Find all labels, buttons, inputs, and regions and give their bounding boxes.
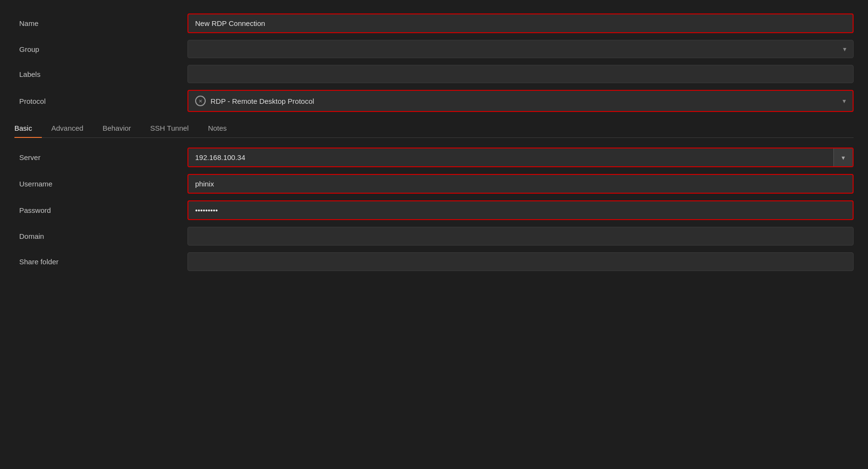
form-container: Name Group ▾ Labels Protocol RDP - Remot…	[0, 0, 868, 292]
group-chevron-icon: ▾	[843, 45, 846, 53]
username-input-wrap	[187, 174, 854, 194]
domain-input[interactable]	[187, 227, 854, 246]
protocol-value: RDP - Remote Desktop Protocol	[211, 97, 314, 105]
protocol-dropdown[interactable]: RDP - Remote Desktop Protocol ▾	[187, 90, 854, 112]
group-field-row: Group ▾	[14, 40, 854, 58]
server-input-group: ▾	[187, 148, 854, 167]
group-label: Group	[14, 45, 187, 53]
protocol-label: Protocol	[14, 97, 187, 105]
labels-input-wrap	[187, 65, 854, 83]
protocol-input-wrap: RDP - Remote Desktop Protocol ▾	[187, 90, 854, 112]
name-input-wrap	[187, 13, 854, 33]
password-field-row: Password	[14, 200, 854, 220]
tabs-row: Basic Advanced Behavior SSH Tunnel Notes	[14, 119, 854, 138]
password-input-wrap	[187, 200, 854, 220]
server-input-wrap: ▾	[187, 148, 854, 167]
tab-notes[interactable]: Notes	[208, 119, 236, 138]
labels-field-row: Labels	[14, 65, 854, 83]
server-dropdown-button[interactable]: ▾	[833, 148, 853, 166]
username-input[interactable]	[187, 174, 854, 194]
tab-ssh-tunnel[interactable]: SSH Tunnel	[150, 119, 198, 138]
name-input[interactable]	[187, 13, 854, 33]
username-field-row: Username	[14, 174, 854, 194]
group-dropdown[interactable]: ▾	[187, 40, 854, 58]
domain-field-row: Domain	[14, 227, 854, 246]
protocol-icon	[195, 96, 206, 106]
labels-label: Labels	[14, 70, 187, 78]
share-folder-input[interactable]	[187, 252, 854, 271]
name-field-row: Name	[14, 13, 854, 33]
password-input[interactable]	[187, 200, 854, 220]
username-label: Username	[14, 180, 187, 188]
server-input[interactable]	[188, 148, 833, 166]
domain-label: Domain	[14, 232, 187, 240]
share-folder-input-wrap	[187, 252, 854, 271]
share-folder-label: Share folder	[14, 258, 187, 266]
server-label: Server	[14, 153, 187, 161]
name-label: Name	[14, 19, 187, 27]
labels-input[interactable]	[187, 65, 854, 83]
share-folder-field-row: Share folder	[14, 252, 854, 271]
server-field-row: Server ▾	[14, 148, 854, 167]
domain-input-wrap	[187, 227, 854, 246]
tab-advanced[interactable]: Advanced	[51, 119, 93, 138]
protocol-chevron-icon: ▾	[843, 97, 846, 105]
group-input-wrap: ▾	[187, 40, 854, 58]
protocol-field-row: Protocol RDP - Remote Desktop Protocol ▾	[14, 90, 854, 112]
tab-behavior[interactable]: Behavior	[102, 119, 140, 138]
tab-basic[interactable]: Basic	[14, 119, 42, 138]
password-label: Password	[14, 206, 187, 214]
